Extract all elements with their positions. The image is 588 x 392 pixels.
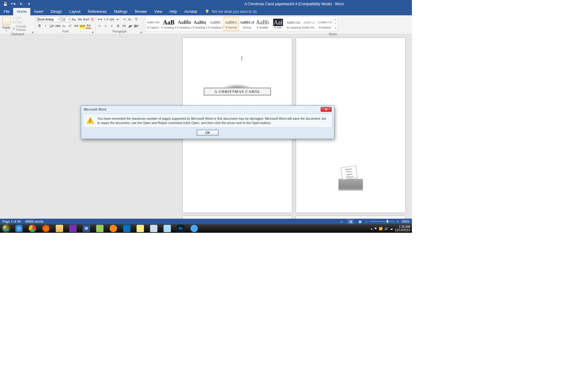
taskbar-notes[interactable] <box>134 224 147 233</box>
zoom-in-icon[interactable]: + <box>397 220 399 223</box>
status-words[interactable]: 48085 words <box>25 220 43 223</box>
paragraph-launcher-icon[interactable]: ◢ <box>140 31 143 34</box>
tab-layout[interactable]: Layout <box>66 8 84 15</box>
numbering-icon[interactable]: ⒈▾ <box>103 17 108 22</box>
align-left-icon[interactable]: ≡ <box>97 23 102 28</box>
tray-expand-icon[interactable]: ▴ <box>371 227 372 230</box>
style---heading-2[interactable]: AaBbı¶ Heading 2 <box>177 17 192 31</box>
taskbar-onenote[interactable] <box>66 224 80 233</box>
taskbar-chrome[interactable] <box>26 224 39 233</box>
start-button[interactable] <box>0 224 12 233</box>
align-center-icon[interactable]: ≡ <box>103 23 108 28</box>
borders-icon[interactable]: ▦▾ <box>134 23 139 28</box>
zoom-slider[interactable] <box>370 221 394 222</box>
decrease-indent-icon[interactable]: ⇤ <box>115 17 121 22</box>
font-name-combo[interactable]: Book Antiqu▾ <box>37 17 61 22</box>
dialog-ok-button[interactable]: OK <box>197 130 219 136</box>
taskbar-ie[interactable] <box>12 224 26 233</box>
show-marks-icon[interactable]: ¶ <box>134 17 139 22</box>
clipboard-launcher-icon[interactable]: ◢ <box>32 31 35 34</box>
tab-home[interactable]: Home <box>13 8 30 15</box>
taskbar-app1[interactable] <box>93 224 107 233</box>
tray-cloud-icon[interactable]: ☁ <box>390 227 393 230</box>
tab-insert[interactable]: Insert <box>30 8 47 15</box>
tab-references[interactable]: References <box>84 8 110 15</box>
taskbar-outlook[interactable] <box>120 224 134 233</box>
tab-review[interactable]: Review <box>131 8 150 15</box>
styles-gallery[interactable]: AaBbCcDd¶ CaptionAaB¶ Heading 1AaBbı¶ He… <box>145 17 337 31</box>
multilevel-icon[interactable]: ⊟▾ <box>109 17 115 22</box>
tray-clock[interactable]: 1:25 AM 12/13/2019 <box>395 225 410 232</box>
style---caption[interactable]: AaBbCcDd¶ Caption <box>145 17 161 31</box>
undo-icon[interactable]: ↶▾ <box>10 1 17 7</box>
bullets-icon[interactable]: ≔▾ <box>97 17 102 22</box>
qat-customize-icon[interactable]: ▾ <box>26 1 32 7</box>
style---heading-1[interactable]: AaB¶ Heading 1 <box>161 17 176 31</box>
zoom-level[interactable]: 106% <box>401 220 409 223</box>
grow-font-icon[interactable]: A▴ <box>71 17 77 22</box>
underline-icon[interactable]: U▾ <box>49 23 55 28</box>
subscript-icon[interactable]: x₂ <box>61 23 67 28</box>
justify-icon[interactable]: ≣ <box>115 23 121 28</box>
style-subtle-em---[interactable]: AaBbCcLSubtle Em... <box>302 17 317 31</box>
italic-icon[interactable]: I <box>43 23 48 28</box>
style---heading-4[interactable]: AaBbC¶ Heading 4 <box>208 17 223 31</box>
tab-mailings[interactable]: Mailings <box>110 8 131 15</box>
print-layout-icon[interactable]: ▤ <box>347 219 354 224</box>
taskbar-photoshop[interactable]: Ps <box>174 224 187 233</box>
tab-acrobat[interactable]: Acrobat <box>181 8 201 15</box>
tab-view[interactable]: View <box>151 8 166 15</box>
text-effects-icon[interactable]: A▾ <box>74 23 79 28</box>
change-case-icon[interactable]: Aa▾ <box>83 17 89 22</box>
line-spacing-icon[interactable]: ‡▾ <box>121 23 127 28</box>
gallery-down-icon[interactable]: ▾ <box>333 21 337 26</box>
taskbar-app2[interactable] <box>160 224 174 233</box>
shading-icon[interactable]: ◢▾ <box>127 23 133 28</box>
tab-file[interactable]: File <box>0 8 13 15</box>
taskbar-firefox[interactable] <box>39 224 53 233</box>
style-strong[interactable]: AaBbCclStrong <box>239 17 254 31</box>
font-color-icon[interactable]: A▾ <box>86 23 91 28</box>
increase-indent-icon[interactable]: ⇥ <box>121 17 127 22</box>
zoom-out-icon[interactable]: – <box>366 220 368 223</box>
web-layout-icon[interactable]: ▦ <box>356 219 363 224</box>
read-mode-icon[interactable]: ▭ <box>338 219 345 224</box>
font-launcher-icon[interactable]: ◢ <box>92 31 95 34</box>
save-icon[interactable]: 💾 <box>2 1 9 7</box>
taskbar-word[interactable]: W <box>80 224 93 233</box>
style-emphasis[interactable]: AABBCCDEmphasis <box>317 17 333 31</box>
strikethrough-icon[interactable]: abc <box>55 23 61 28</box>
dialog-close-button[interactable]: ✕ <box>321 107 332 112</box>
tray-volume-icon[interactable]: 🔊 <box>384 227 388 230</box>
gallery-more-icon[interactable]: ▾ <box>333 26 337 31</box>
tab-design[interactable]: Design <box>47 8 66 15</box>
taskbar-media[interactable] <box>107 224 120 233</box>
font-size-combo[interactable]: 12▾ <box>61 17 70 22</box>
sort-icon[interactable]: A↓ <box>127 17 133 22</box>
shrink-font-icon[interactable]: A▾ <box>77 17 83 22</box>
copy-button[interactable]: ⎘ Copy <box>12 20 34 24</box>
style-no-spacing[interactable]: AaBbCcDcNo Spacing <box>286 17 301 31</box>
cut-button[interactable]: ✂ Cut <box>12 16 34 20</box>
taskbar-explorer[interactable] <box>53 224 66 233</box>
tab-help[interactable]: Help <box>166 8 181 15</box>
clear-formatting-icon[interactable]: Ⓐ <box>89 17 95 22</box>
redo-icon[interactable]: ↻ <box>18 1 24 7</box>
style---normal[interactable]: AaBbCc¶ Normal <box>224 17 239 31</box>
bold-icon[interactable]: B <box>37 23 42 28</box>
taskbar-cloud[interactable] <box>187 224 201 233</box>
align-right-icon[interactable]: ≡ <box>109 23 115 28</box>
style---heading-3[interactable]: AaBb(¶ Heading 3 <box>192 17 208 31</box>
status-page[interactable]: Page 1 of 48 <box>2 220 21 223</box>
style---subtitle[interactable]: AaBb¶ Subtitle <box>255 17 270 31</box>
tray-network-icon[interactable]: 📶 <box>379 227 383 230</box>
paste-button[interactable]: Paste ▾ <box>1 16 11 32</box>
gallery-up-icon[interactable]: ▴ <box>333 17 337 21</box>
format-painter-button[interactable]: 🖌 Format Painter <box>12 24 34 32</box>
tray-flag-icon[interactable]: ⚑ <box>374 227 377 230</box>
taskbar-calc[interactable] <box>147 224 160 233</box>
tell-me-search[interactable]: 💡 Tell me what you want to do <box>205 8 257 15</box>
style---title[interactable]: Aal¶ Title <box>270 17 286 31</box>
highlight-icon[interactable]: ab▾ <box>80 23 85 28</box>
superscript-icon[interactable]: x² <box>67 23 73 28</box>
